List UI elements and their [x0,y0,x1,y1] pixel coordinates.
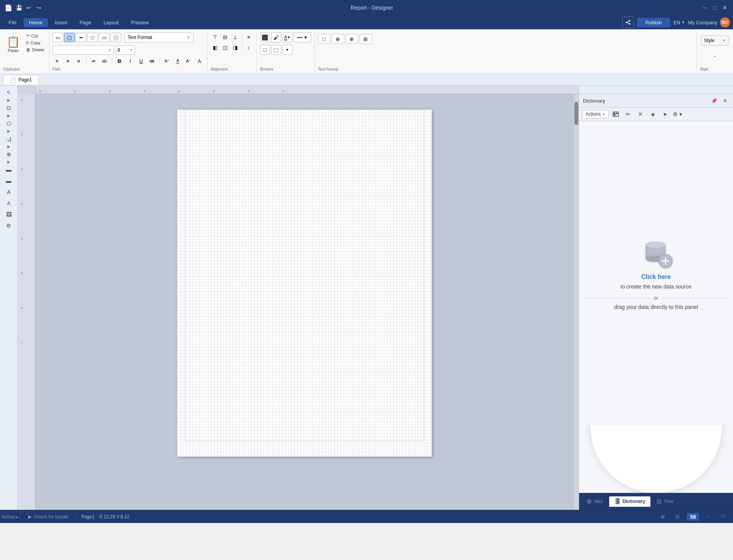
vertical-scrollbar[interactable] [573,94,579,510]
align-center-btn[interactable]: ≡ [63,56,73,66]
font-color-btn[interactable]: A [173,56,182,66]
sidebar-expand-3[interactable]: ▶ [7,129,10,133]
font-grow-btn[interactable]: A⁺ [162,56,172,66]
tf-btn4[interactable]: ⊞ [360,34,372,44]
font-family-dropdown[interactable]: ▼ [52,46,114,55]
shape-rect-btn[interactable]: ▭ [52,33,63,42]
shape-rounded-btn[interactable]: ▢ [64,33,75,42]
style-dropdown[interactable]: Style ▼ [701,35,728,46]
panel-pin-btn[interactable]: 📌 [710,96,718,105]
actions-dropdown[interactable]: Actions ▼ [582,110,609,118]
zoom-out-btn[interactable]: − [703,512,714,521]
sidebar-shape-btn[interactable]: ⬡ [2,118,16,129]
border-color-btn[interactable]: A ▼ [282,32,292,42]
sidebar-pointer-btn[interactable]: ↖ [2,87,16,98]
border-style-btn[interactable]: ━━ ▼ [294,32,311,42]
menu-preview[interactable]: Preview [126,18,154,27]
sidebar-expand-1[interactable]: ▶ [7,98,10,102]
text-format-dropdown[interactable]: Text Format ▼ [124,32,194,42]
zoom-in-btn[interactable]: 🛡 [718,512,728,521]
company-selector[interactable]: My Company MC [688,17,730,27]
undo-title-btn[interactable]: ↩ [25,4,32,11]
menu-home[interactable]: Home [24,18,48,27]
menu-file[interactable]: File [3,18,22,27]
shape-line-h-btn[interactable]: ━ [76,33,86,42]
panel-settings-btn[interactable]: ⚙ ▾ [672,109,683,119]
sidebar-chart-btn[interactable]: 📊 [2,133,16,144]
tf-btn2[interactable]: ⊕ [332,34,344,44]
underline-button[interactable]: U [137,56,146,66]
click-here-link[interactable]: Click here [641,273,671,280]
font-size-dropdown[interactable]: 8 ▼ [116,46,135,55]
sidebar-expand-5[interactable]: ▶ [7,160,10,164]
paste-button[interactable]: 📋 Paste [3,32,23,56]
h-align-left-btn[interactable]: ◧ [211,43,220,52]
sidebar-image-btn[interactable]: 🖼 [2,209,16,220]
panel-diamond-btn[interactable]: ◈ [647,109,658,119]
sidebar-expand-2[interactable]: ▶ [7,114,10,118]
properties-tab[interactable]: ⊞ rties [581,496,608,507]
redo-title-btn[interactable]: ↪ [35,4,42,11]
border-extra-btn[interactable]: ▼ [282,45,292,55]
tf-btn1[interactable]: □ [318,34,330,44]
save-title-btn[interactable]: 💾 [15,4,22,11]
sidebar-select-btn[interactable]: ⊡ [2,103,16,113]
status-grid-btn[interactable]: ⊞ [657,512,668,521]
canvas-area[interactable] [35,94,573,510]
copy-button[interactable]: ⎘ Copy [25,40,46,46]
align-justify-btn[interactable]: ≡ [244,32,253,42]
font-shrink-btn[interactable]: A⁻ [184,56,193,66]
sidebar-gauge-btn[interactable]: ⊕ [2,149,16,160]
panel-delete-btn[interactable]: ✕ [635,109,646,119]
publish-button[interactable]: Publish [637,18,671,27]
v-align-bot-btn[interactable]: ⊥ [231,32,240,42]
border-fill-btn[interactable]: 🖌 [271,32,281,42]
share-button[interactable] [622,17,634,28]
lang-selector[interactable]: EN ▼ [673,20,685,25]
sidebar-settings-btn[interactable]: ⚙ [2,220,16,231]
text-break-btn[interactable]: ab [100,56,109,66]
italic-button[interactable]: I [126,56,135,66]
align-left-btn[interactable]: ≡ [52,56,62,66]
sidebar-band-btn[interactable]: ▬ [2,164,16,175]
clear-format-btn[interactable]: A [195,56,204,66]
shape-rect3-btn[interactable]: ▭ [99,33,110,42]
sidebar-text-btn[interactable]: A [2,187,16,197]
sidebar-band2-btn[interactable]: ▬ [2,175,16,186]
border-shadow-btn[interactable]: ⬚ [271,45,281,55]
text-wrap-btn[interactable]: ⇌ [89,56,98,66]
delete-button[interactable]: 🗑 Delete [25,47,46,53]
align-right-btn[interactable]: ≡ [74,56,83,66]
menu-layout[interactable]: Layout [98,18,124,27]
indent-btn[interactable]: ↕ [244,43,253,52]
v-align-mid-btn[interactable]: ⊟ [221,32,230,42]
panel-close-btn[interactable]: ✕ [721,96,729,105]
cut-button[interactable]: ✂ Cut [25,32,46,39]
v-align-top-btn[interactable]: ⊤ [211,32,220,42]
menu-insert[interactable]: Insert [49,18,73,27]
dictionary-tab[interactable]: 🗄 Dictionary [609,496,651,507]
bold-button[interactable]: B [115,56,124,66]
status-layout-btn[interactable]: ⊟ [672,512,683,521]
border-highlight-btn[interactable]: □ [260,45,270,55]
check-issues-button[interactable]: ▶ Check for Issues [25,513,71,521]
panel-edit-btn[interactable]: ✏ [623,109,633,119]
report-tree-tab[interactable]: ⊟ Tree [651,496,679,507]
minimize-btn[interactable]: ─ [701,4,708,11]
strikethrough-button[interactable]: ab [147,56,157,66]
shape-oval-btn[interactable]: ⬜ [110,33,121,42]
panel-view-btn[interactable] [610,109,621,119]
tf-btn3[interactable]: ⊕ [346,34,358,44]
page1-tab[interactable]: 📄 Page1 [3,75,39,84]
sidebar-textred-btn[interactable]: A [2,198,16,209]
sidebar-expand-4[interactable]: ▶ [7,145,10,148]
inches-dropdown[interactable]: Inches ▲ [5,512,15,521]
close-btn[interactable]: ✕ [721,4,728,11]
border-outer-btn[interactable]: ⬛ [260,32,270,42]
menu-page[interactable]: Page [74,18,96,27]
shape-rect2-btn[interactable]: □ [87,33,98,42]
maximize-btn[interactable]: □ [711,4,718,11]
h-align-right-btn[interactable]: ◨ [231,43,240,52]
h-align-ctr-btn[interactable]: ◫ [221,43,230,52]
more-options-btn[interactable]: ⌄ [710,51,719,60]
